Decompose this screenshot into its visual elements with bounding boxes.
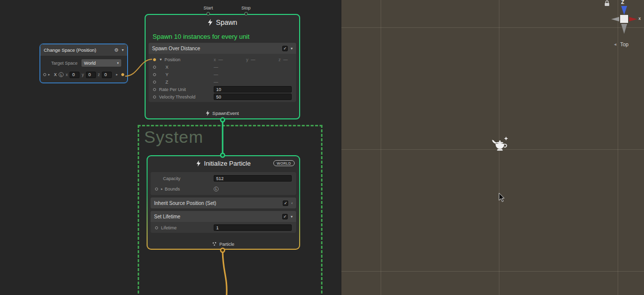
x-value: — xyxy=(214,65,218,70)
view-orientation-label[interactable]: ◄ Top xyxy=(613,41,629,47)
block-body: ▼ Position x— y— z— X — xyxy=(149,54,296,102)
start-flow-port[interactable] xyxy=(206,12,210,15)
x-port-label: X xyxy=(54,72,57,77)
initialize-settings-block: Capacity ▸ Bounds L xyxy=(151,172,296,195)
bounds-input-port[interactable] xyxy=(155,188,158,191)
position-y-row[interactable]: Y — xyxy=(149,71,296,78)
chevron-down-icon[interactable]: ▾ xyxy=(291,46,293,51)
node-title: Spawn xyxy=(216,18,238,26)
scene-view[interactable]: Z x ◄ Top xyxy=(341,0,644,295)
space-toggle-icon[interactable]: L xyxy=(59,72,64,77)
z-input-port[interactable] xyxy=(153,81,156,84)
particle-output[interactable]: Particle xyxy=(148,239,299,249)
view-arrow-icon: ◄ xyxy=(613,42,617,47)
dropdown-value: World xyxy=(84,61,115,66)
z-value-input[interactable] xyxy=(102,72,112,78)
space-toggle-icon[interactable]: L xyxy=(214,187,219,192)
spawn-start-anchor[interactable]: Start xyxy=(203,5,213,15)
velocity-threshold-row[interactable]: Velocity Threshold xyxy=(149,93,296,100)
block-enabled-checkbox[interactable]: ✓ xyxy=(282,214,288,219)
lifetime-input[interactable] xyxy=(214,224,292,231)
position-z-row[interactable]: Z — xyxy=(149,78,296,86)
target-space-label: Target Space xyxy=(51,61,78,66)
velocity-threshold-input[interactable] xyxy=(214,94,292,100)
set-lifetime-block[interactable]: Set Lifetime ✓ ▾ Lifetime xyxy=(151,211,296,233)
stop-label: Stop xyxy=(242,5,251,10)
world-space-badge[interactable]: WORLD xyxy=(273,160,295,166)
z-axis-arrow[interactable] xyxy=(621,6,627,15)
y-axis-label: y xyxy=(81,72,83,77)
space-letter: L xyxy=(215,187,217,191)
capacity-input[interactable] xyxy=(214,175,292,182)
spawn-stop-anchor[interactable]: Stop xyxy=(242,5,251,15)
velocity-threshold-label: Velocity Threshold xyxy=(159,95,195,99)
spawn-over-distance-header[interactable]: Spawn Over Distance ✓ ▾ xyxy=(149,43,296,54)
expand-icon: ▸ xyxy=(116,73,118,77)
fold-icon[interactable]: ▼ xyxy=(159,58,162,61)
target-space-dropdown[interactable]: World ▾ xyxy=(81,59,121,67)
lock-icon[interactable] xyxy=(604,0,610,6)
expand-icon[interactable]: ▸ xyxy=(161,187,163,191)
y-label: Y xyxy=(165,72,168,77)
z-axis-label: z xyxy=(98,72,100,77)
inherit-block-header[interactable]: Inherit Source Position (Set) ✓ ‹ xyxy=(151,197,296,208)
inherit-source-position-block[interactable]: Inherit Source Position (Set) ✓ ‹ xyxy=(151,197,296,208)
check-icon: ✓ xyxy=(283,46,287,51)
y-axis-label: y xyxy=(246,57,248,62)
x-input-port[interactable] xyxy=(43,73,46,76)
position-row[interactable]: ▼ Position x— y— z— xyxy=(149,56,296,63)
lifetime-label: Lifetime xyxy=(161,225,177,230)
expand-icon[interactable]: ▸ xyxy=(48,73,50,77)
vfx-lamp-gizmo-icon[interactable] xyxy=(491,134,509,153)
bounds-label: Bounds xyxy=(165,187,180,192)
lifetime-row[interactable]: Lifetime xyxy=(151,224,296,231)
x-axis-label: x xyxy=(66,72,68,77)
block-enabled-checkbox[interactable]: ✓ xyxy=(282,46,288,51)
position-label: Position xyxy=(164,57,180,62)
y-value-input[interactable] xyxy=(86,72,96,78)
gear-icon[interactable]: ⚙ xyxy=(114,47,119,53)
y-value: — xyxy=(214,72,218,77)
z-label: Z xyxy=(165,80,168,85)
mouse-cursor xyxy=(498,193,505,202)
rate-per-unit-input[interactable] xyxy=(214,86,292,93)
chevron-down-icon[interactable]: ▾ xyxy=(122,48,124,52)
position-input-port[interactable] xyxy=(153,58,156,61)
minus-z-axis-arrow[interactable] xyxy=(621,24,627,34)
lifetime-input-port[interactable] xyxy=(155,226,158,229)
x-axis-label: x xyxy=(639,16,641,21)
spawn-event-output[interactable]: SpawnEvent xyxy=(146,107,299,118)
x-axis-arrow[interactable] xyxy=(629,17,637,21)
change-space-node[interactable]: Change Space (Position) ⚙ ▾ Target Space… xyxy=(40,44,128,83)
stop-flow-port[interactable] xyxy=(244,12,247,15)
particle-label: Particle xyxy=(219,242,234,247)
y-input-port[interactable] xyxy=(153,73,156,76)
grid-line xyxy=(341,271,644,272)
spawn-over-distance-block[interactable]: Spawn Over Distance ✓ ▾ ▼ Position x— y—… xyxy=(149,43,296,102)
velocity-threshold-port[interactable] xyxy=(153,96,156,98)
chevron-down-icon[interactable]: ▾ xyxy=(291,214,293,219)
x-label: X xyxy=(165,65,168,70)
initialize-title-bar[interactable]: Initialize Particle WORLD xyxy=(148,156,299,170)
x-value-input[interactable] xyxy=(70,72,80,78)
spawn-node[interactable]: Start Stop Spawn Spawn 10 instances for … xyxy=(145,14,300,119)
graph-canvas[interactable]: System Change Space (Position) ⚙ ▾ Targe… xyxy=(0,0,341,295)
spawn-title-bar[interactable]: Spawn xyxy=(146,15,299,30)
x-input-port[interactable] xyxy=(153,66,156,69)
view-name: Top xyxy=(620,41,629,47)
position-x-row[interactable]: X — xyxy=(149,63,296,71)
rate-per-unit-row[interactable]: Rate Per Unit xyxy=(149,86,296,93)
change-space-header[interactable]: Change Space (Position) ⚙ ▾ xyxy=(40,44,127,56)
spawn-event-label: SpawnEvent xyxy=(212,110,239,116)
gizmo-center-cube[interactable] xyxy=(620,15,628,23)
capacity-row[interactable]: Capacity xyxy=(151,173,296,184)
chevron-left-icon[interactable]: ‹ xyxy=(291,201,293,205)
bounds-row[interactable]: ▸ Bounds L xyxy=(151,184,296,194)
check-icon: ✓ xyxy=(283,214,287,219)
output-port[interactable] xyxy=(121,73,124,76)
initialize-particle-node[interactable]: Initialize Particle WORLD Capacity ▸ Bou… xyxy=(148,156,299,249)
rate-per-unit-port[interactable] xyxy=(153,88,156,91)
set-lifetime-header[interactable]: Set Lifetime ✓ ▾ xyxy=(151,211,296,222)
minus-x-axis-arrow[interactable] xyxy=(611,17,619,21)
block-enabled-checkbox[interactable]: ✓ xyxy=(283,200,288,206)
